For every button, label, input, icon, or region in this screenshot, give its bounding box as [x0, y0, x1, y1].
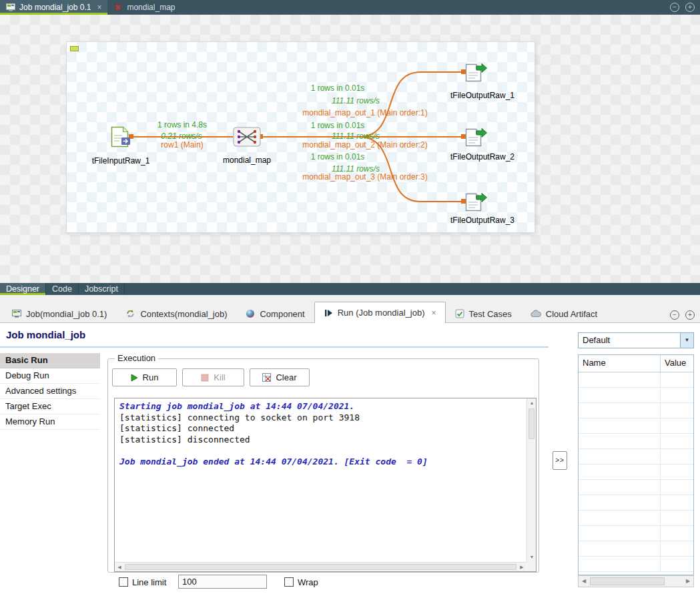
- run-button[interactable]: Run: [112, 368, 177, 386]
- table-row: [579, 511, 693, 526]
- line-limit-input[interactable]: [178, 575, 267, 589]
- tab-run-view[interactable]: Run (Job mondial_job) ×: [314, 302, 446, 323]
- run-view-icon: [324, 308, 333, 318]
- scroll-right-icon[interactable]: ▶: [683, 576, 693, 587]
- table-row: [579, 465, 693, 480]
- table-row: [579, 388, 693, 403]
- minimize-icon[interactable]: −: [670, 310, 679, 320]
- table-horizontal-scrollbar[interactable]: ◀ ▶: [578, 575, 694, 587]
- component-label: tFileInputRaw_1: [92, 156, 150, 166]
- tab-jobscript[interactable]: Jobscript: [79, 283, 125, 295]
- table-row: [579, 403, 693, 418]
- link-rate-stat: 0.21 rows/s: [161, 131, 202, 141]
- scroll-up-icon[interactable]: ▲: [527, 398, 537, 408]
- scrollbar-thumb[interactable]: [125, 564, 516, 570]
- console-horizontal-scrollbar[interactable]: ◀ ▶: [115, 562, 527, 571]
- scrollbar-thumb[interactable]: [529, 408, 535, 439]
- tab-label: Component: [260, 309, 304, 319]
- console-line: [119, 445, 525, 457]
- console-line: [statistics] connected: [119, 423, 525, 434]
- component-tfileoutputraw-1[interactable]: [464, 62, 487, 84]
- scroll-left-icon[interactable]: ◀: [579, 576, 589, 587]
- clear-button[interactable]: Clear: [250, 368, 310, 386]
- link-rate-stat: 111.11 rows/s: [332, 131, 380, 141]
- test-cases-icon: [455, 309, 464, 318]
- menu-item-target-exec[interactable]: Target Exec: [0, 399, 100, 414]
- restore-icon[interactable]: +: [685, 3, 695, 12]
- console-line: [statistics] disconnected: [119, 434, 525, 446]
- tab-job-view[interactable]: Job(mondial_job 0.1): [3, 304, 116, 323]
- title-underline: [0, 346, 549, 348]
- kill-button-label: Kill: [214, 372, 225, 382]
- link-rows-stat: 1 rows in 0.01s: [311, 121, 365, 130]
- table-header: Name Value: [579, 355, 693, 372]
- editor-tab-job[interactable]: Job mondial_job 0.1 ×: [0, 0, 107, 15]
- menu-item-memory-run[interactable]: Memory Run: [0, 414, 100, 430]
- stop-icon: [201, 374, 209, 382]
- context-select[interactable]: Default ▼: [578, 332, 694, 348]
- scrollbar-corner: [527, 562, 536, 571]
- link-name: row1 (Main): [161, 140, 203, 150]
- view-tab-bar: Job(mondial_job 0.1) Contexts(mondial_jo…: [0, 302, 700, 323]
- map-icon: [113, 3, 123, 11]
- tab-contexts-view[interactable]: Contexts(mondial_job): [116, 304, 236, 323]
- minimize-icon[interactable]: −: [670, 3, 679, 12]
- scroll-down-icon[interactable]: ▼: [527, 553, 537, 562]
- chevron-down-icon[interactable]: ▼: [680, 333, 693, 348]
- console-vertical-scrollbar[interactable]: ▲ ▼: [527, 398, 536, 562]
- editor-window-buttons: − +: [670, 3, 695, 12]
- link-rate-stat: 111.11 rows/s: [332, 96, 380, 105]
- table-row: [579, 480, 693, 495]
- scroll-right-icon[interactable]: ▶: [517, 563, 527, 572]
- scroll-left-icon[interactable]: ◀: [115, 563, 124, 572]
- job-canvas[interactable]: tFileInputRaw_1 mondial_map tFileOutputR…: [66, 41, 535, 233]
- component-tmap[interactable]: [233, 127, 261, 149]
- link-rows-stat: 1 rows in 4.8s: [157, 120, 207, 129]
- component-tfileoutputraw-2[interactable]: [464, 127, 487, 149]
- execution-console[interactable]: Starting job mondial_job at 14:44 07/04/…: [114, 398, 537, 572]
- view-window-buttons: − +: [670, 310, 695, 320]
- link-rows-stat: 1 rows in 0.01s: [311, 83, 365, 93]
- execution-group-label: Execution: [115, 353, 158, 363]
- console-output: Starting job mondial_job at 14:44 07/04/…: [119, 401, 525, 467]
- wrap-checkbox[interactable]: [284, 577, 294, 587]
- close-icon[interactable]: ×: [432, 308, 436, 318]
- table-row: [579, 526, 693, 541]
- kill-button[interactable]: Kill: [182, 368, 244, 386]
- tab-cloud-artifact[interactable]: Cloud Artifact: [521, 304, 607, 323]
- console-line: Starting job mondial_job at 14:44 07/04/…: [119, 401, 525, 412]
- panel-divider: [0, 295, 700, 302]
- component-tfileoutputraw-3[interactable]: [464, 192, 487, 214]
- line-limit-checkbox[interactable]: [119, 577, 128, 587]
- context-variables-table: Name Value: [578, 354, 694, 575]
- editor-tab-map[interactable]: mondial_map: [107, 0, 181, 15]
- console-line: [statistics] connecting to socket on por…: [119, 412, 525, 424]
- component-tfileinputraw[interactable]: [108, 126, 132, 150]
- run-button-label: Run: [143, 372, 159, 382]
- table-row: [579, 418, 693, 434]
- play-icon: [131, 374, 138, 382]
- menu-item-debug-run[interactable]: Debug Run: [0, 368, 100, 384]
- run-view-title: Job mondial_job: [6, 329, 85, 340]
- link-name: mondial_map_out_3 (Main order:3): [302, 172, 427, 182]
- cloud-icon: [531, 310, 541, 318]
- restore-icon[interactable]: +: [685, 310, 695, 320]
- file-output-icon: [464, 127, 487, 147]
- tab-label: Job(mondial_job 0.1): [26, 309, 107, 319]
- tab-component-view[interactable]: Component: [236, 304, 314, 323]
- run-view-panel: Job mondial_job Basic Run Debug Run Adva…: [0, 323, 700, 596]
- wrap-label: Wrap: [298, 577, 318, 587]
- job-icon: [12, 310, 21, 318]
- expand-contexts-button[interactable]: >>: [553, 451, 567, 470]
- tab-test-cases[interactable]: Test Cases: [446, 304, 521, 323]
- menu-item-basic-run[interactable]: Basic Run: [0, 353, 100, 368]
- close-icon[interactable]: ×: [97, 3, 101, 12]
- menu-item-advanced-settings[interactable]: Advanced settings: [0, 384, 100, 399]
- scrollbar-thumb[interactable]: [590, 577, 665, 585]
- tab-label: Run (Job mondial_job): [338, 308, 425, 318]
- tab-code[interactable]: Code: [46, 283, 79, 295]
- tab-designer[interactable]: Designer: [0, 283, 46, 295]
- column-header-value: Value: [661, 355, 693, 372]
- run-view-menu: Basic Run Debug Run Advanced settings Ta…: [0, 353, 100, 430]
- table-row: [579, 434, 693, 449]
